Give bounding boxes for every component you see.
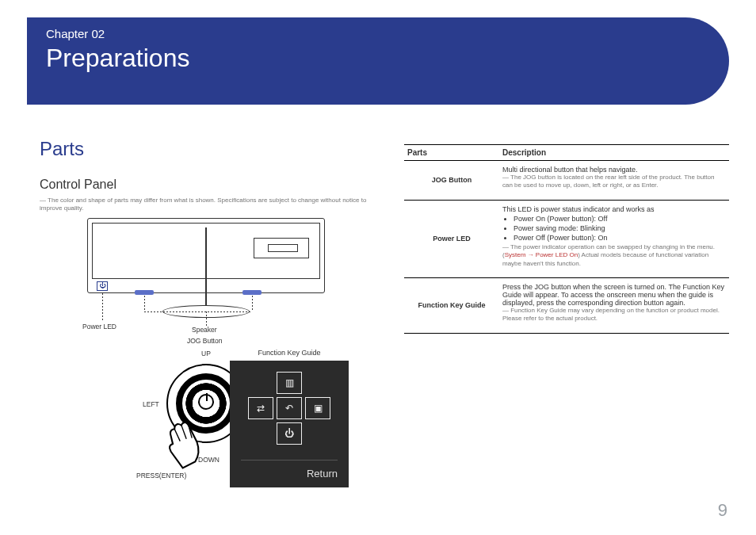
row-desc: This LED is power status indicator and w… xyxy=(499,200,729,277)
callout-line xyxy=(252,296,253,311)
label-speaker: Speaker xyxy=(192,326,217,334)
monitor-diagram: ⏻ Power LED Speaker JOG Button UP LEFT R… xyxy=(40,218,372,487)
callout-line xyxy=(144,311,252,312)
right-column: Parts Description JOG Button Multi direc… xyxy=(404,127,729,487)
menu-icon: ▥ xyxy=(277,372,302,394)
pip-icon: ▣ xyxy=(305,397,330,419)
page-number: 9 xyxy=(718,500,727,521)
page-content: Parts Control Panel The color and shape … xyxy=(40,127,729,487)
row-note: The JOG button is located on the rear le… xyxy=(502,174,726,190)
label-left: LEFT xyxy=(143,400,159,408)
chapter-label: Chapter 02 xyxy=(46,27,710,40)
fkg-divider xyxy=(241,460,338,460)
source-icon: ⇄ xyxy=(248,397,273,419)
control-panel-heading: Control Panel xyxy=(40,178,372,192)
speaker-bar-left xyxy=(135,290,154,295)
parts-table: Parts Description JOG Button Multi direc… xyxy=(404,144,729,334)
bullet: Power saving mode: Blinking xyxy=(514,224,726,232)
connector-port xyxy=(268,244,298,252)
row-jog: JOG Button Multi directional button that… xyxy=(404,161,729,201)
label-power-led: Power LED xyxy=(82,323,116,331)
row-note: Function Key Guide may vary depending on… xyxy=(502,307,726,323)
row-name: Function Key Guide xyxy=(404,277,499,333)
fkg-return: Return xyxy=(307,468,338,480)
label-up: UP xyxy=(201,350,211,357)
chapter-title: Preparations xyxy=(46,44,710,73)
fkg-blank xyxy=(248,422,273,445)
row-desc: Press the JOG button when the screen is … xyxy=(499,277,729,333)
row-name: Power LED xyxy=(404,200,499,277)
row-desc: Multi directional button that helps navi… xyxy=(499,161,729,201)
col-desc: Description xyxy=(499,145,729,161)
fkg-blank xyxy=(305,422,330,445)
fkg-power-icon: ⏻ xyxy=(277,422,302,445)
row-bullets: Power On (Power button): Off Power savin… xyxy=(514,215,726,242)
col-parts: Parts xyxy=(404,145,499,161)
fkg-blank xyxy=(248,372,273,394)
note-red: System → Power LED On xyxy=(505,251,578,258)
callout-line xyxy=(144,296,145,311)
label-jog: JOG Button xyxy=(187,337,222,345)
callout-line xyxy=(206,311,207,326)
back-icon: ↶ xyxy=(277,397,302,419)
label-press: PRESS(ENTER) xyxy=(136,472,186,480)
disclaimer-note: The color and shape of parts may differ … xyxy=(40,197,372,213)
parts-heading: Parts xyxy=(40,138,372,160)
speaker-bar-right xyxy=(242,290,262,295)
row-main: Press the JOG button when the screen is … xyxy=(502,283,726,307)
row-fkg: Function Key Guide Press the JOG button … xyxy=(404,277,729,333)
chapter-banner: Chapter 02 Preparations xyxy=(27,17,729,105)
power-led-indicator: ⏻ xyxy=(97,281,108,291)
bullet: Power Off (Power button): On xyxy=(514,234,726,242)
row-name: JOG Button xyxy=(404,161,499,201)
row-main: This LED is power status indicator and w… xyxy=(502,205,726,213)
label-fkg: Function Key Guide xyxy=(230,349,349,357)
bullet: Power On (Power button): Off xyxy=(514,215,726,223)
fkg-blank xyxy=(305,372,330,394)
callout-line xyxy=(102,293,103,321)
jog-area: JOG Button UP LEFT RIGHT DOWN PRESS(ENTE… xyxy=(87,337,325,487)
left-column: Parts Control Panel The color and shape … xyxy=(40,127,372,487)
row-powerled: Power LED This LED is power status indic… xyxy=(404,200,729,277)
stand-neck xyxy=(205,227,207,307)
row-main: Multi directional button that helps navi… xyxy=(502,166,726,174)
row-note: The power indicator operation can be swa… xyxy=(502,243,726,268)
function-key-guide: Function Key Guide ▥ ⇄ ↶ ▣ ⏻ Return xyxy=(230,361,349,487)
